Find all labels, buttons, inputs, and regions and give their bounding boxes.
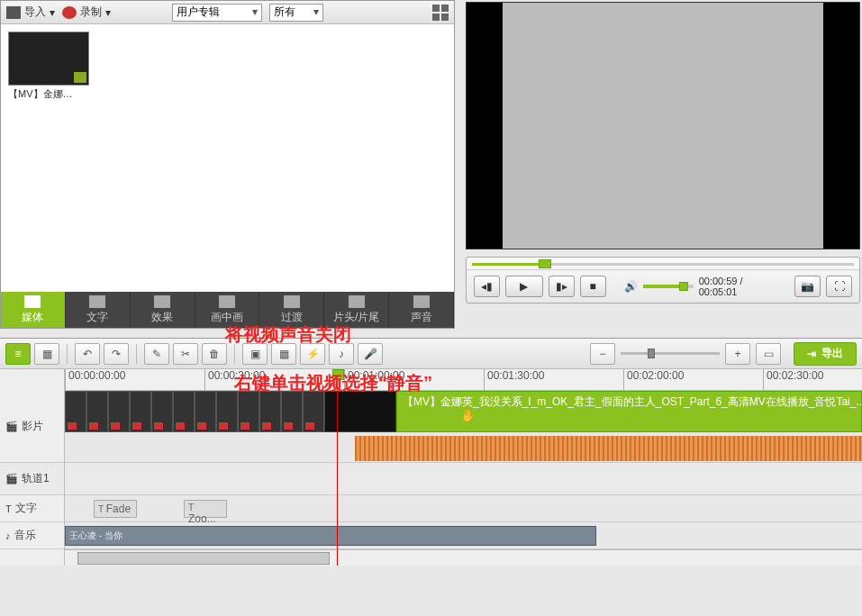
pip-icon bbox=[219, 295, 235, 308]
import-button[interactable]: 导入 ▾ bbox=[6, 5, 55, 20]
tab-effect[interactable]: 效果 bbox=[131, 292, 195, 328]
label-track1: 🎬 轨道1 bbox=[0, 463, 64, 495]
playhead[interactable] bbox=[337, 369, 338, 566]
video-track[interactable]: 【MV】金娜英_我没关系_I_m_OK_君主_假面的主人_OST_Part_6_… bbox=[65, 391, 862, 463]
redo-button[interactable]: ↷ bbox=[104, 343, 129, 365]
zoom-slider[interactable] bbox=[621, 352, 720, 355]
tracks-area: 00:00:00:00 00:00:30:00 00:01:00:00 00:0… bbox=[65, 369, 862, 566]
stop-button[interactable]: ■ bbox=[580, 276, 606, 297]
track-labels: 🎬 影片 🎬 轨道1 T 文字 ♪ 音乐 bbox=[0, 369, 65, 566]
storyboard-view-button[interactable]: ▦ bbox=[34, 343, 59, 365]
fullscreen-button[interactable]: ⛶ bbox=[826, 276, 852, 297]
timeline-toolbar: ≡ ▦ ↶ ↷ ✎ ✂ 🗑 ▣ ▦ ⚡ ♪ 🎤 − + ▭ ⇥ 导出 bbox=[0, 339, 862, 369]
filter-select[interactable]: 所有 bbox=[269, 4, 323, 22]
volume-slider[interactable] bbox=[643, 285, 694, 288]
sparkle-icon bbox=[154, 295, 170, 308]
view-grid-icon[interactable] bbox=[432, 5, 449, 21]
album-select[interactable]: 用户专辑 bbox=[172, 4, 262, 22]
voiceover-button[interactable]: 🎤 bbox=[358, 343, 383, 365]
label-music: ♪ 音乐 bbox=[0, 522, 64, 549]
selected-clip[interactable]: 【MV】金娜英_我没关系_I_m_OK_君主_假面的主人_OST_Part_6_… bbox=[396, 391, 862, 432]
media-thumbnail[interactable]: 【MV】金娜… bbox=[8, 32, 89, 101]
play-button[interactable]: ▶ bbox=[505, 276, 543, 297]
record-icon bbox=[62, 6, 77, 19]
video-clip-preview[interactable] bbox=[324, 391, 396, 432]
audio-waveform[interactable] bbox=[355, 436, 862, 461]
seek-bar[interactable] bbox=[467, 258, 859, 270]
export-button[interactable]: ⇥ 导出 bbox=[794, 342, 857, 366]
label-text: T 文字 bbox=[0, 495, 64, 522]
label-video: 🎬 影片 bbox=[0, 391, 64, 463]
video-clip-thumb[interactable] bbox=[65, 391, 86, 432]
delete-button[interactable]: 🗑 bbox=[202, 343, 227, 365]
zoom-fit-button[interactable]: ▭ bbox=[756, 343, 781, 365]
preview-panel: ◂▮ ▶ ▮▸ ■ 🔊 00:00:59 / 00:05:01 📷 ⛶ bbox=[464, 0, 862, 329]
prev-frame-button[interactable]: ◂▮ bbox=[474, 276, 500, 297]
next-frame-button[interactable]: ▮▸ bbox=[549, 276, 575, 297]
tab-credits[interactable]: 片头/片尾 bbox=[324, 292, 389, 328]
credits-icon bbox=[349, 295, 365, 308]
tab-transition[interactable]: 过渡 bbox=[259, 292, 324, 328]
crop-button[interactable]: ▣ bbox=[242, 343, 268, 365]
edit-button[interactable]: ✎ bbox=[144, 343, 169, 365]
music-clip[interactable]: 王心凌 - 当你 bbox=[65, 526, 596, 546]
seek-knob[interactable] bbox=[539, 259, 551, 268]
hand-cursor-icon: ✋ bbox=[460, 408, 476, 422]
media-panel: 导入 ▾ 录制 ▾ 用户专辑 所有 【MV】金娜… 媒体 文字 效果 画中画 过… bbox=[0, 0, 455, 329]
video-frame bbox=[503, 3, 823, 249]
time-ruler[interactable]: 00:00:00:00 00:00:30:00 00:01:00:00 00:0… bbox=[65, 369, 862, 391]
media-toolbar: 导入 ▾ 录制 ▾ 用户专辑 所有 bbox=[1, 1, 454, 24]
folder-icon bbox=[6, 6, 21, 19]
preview-video bbox=[466, 2, 860, 249]
track-1[interactable] bbox=[65, 463, 862, 495]
mosaic-button[interactable]: ▦ bbox=[271, 343, 296, 365]
tab-pip[interactable]: 画中画 bbox=[195, 292, 260, 328]
tab-sound[interactable]: 声音 bbox=[389, 292, 454, 328]
timeline-panel: ≡ ▦ ↶ ↷ ✎ ✂ 🗑 ▣ ▦ ⚡ ♪ 🎤 − + ▭ ⇥ 导出 🎬 影片 … bbox=[0, 338, 862, 566]
text-clip-1[interactable]: T Fade bbox=[94, 500, 137, 518]
music-track[interactable]: 王心凌 - 当你 bbox=[65, 522, 862, 549]
headphones-icon bbox=[413, 295, 430, 308]
text-track[interactable]: T Fade T Zoo... bbox=[65, 495, 862, 522]
audio-button[interactable]: ♪ bbox=[329, 343, 354, 365]
tab-text[interactable]: 文字 bbox=[66, 292, 131, 328]
record-button[interactable]: 录制 ▾ bbox=[62, 5, 111, 20]
media-library: 【MV】金娜… bbox=[1, 24, 454, 292]
volume-icon[interactable]: 🔊 bbox=[624, 280, 638, 293]
thumbnail-image bbox=[8, 32, 89, 86]
zoom-in-button[interactable]: + bbox=[725, 343, 750, 365]
undo-button[interactable]: ↶ bbox=[75, 343, 100, 365]
flash-button[interactable]: ⚡ bbox=[300, 343, 325, 365]
tab-media[interactable]: 媒体 bbox=[1, 292, 66, 328]
thumbnail-caption: 【MV】金娜… bbox=[8, 87, 89, 101]
timeline-view-button[interactable]: ≡ bbox=[5, 343, 31, 365]
film-icon bbox=[24, 295, 41, 308]
time-display: 00:00:59 / 00:05:01 bbox=[699, 276, 781, 297]
timeline-scrollbar[interactable] bbox=[65, 549, 862, 566]
category-tabs: 媒体 文字 效果 画中画 过渡 片头/片尾 声音 bbox=[1, 292, 454, 328]
zoom-out-button[interactable]: − bbox=[590, 343, 615, 365]
transition-icon bbox=[284, 295, 300, 308]
cut-button[interactable]: ✂ bbox=[173, 343, 198, 365]
text-icon bbox=[89, 295, 105, 308]
snapshot-button[interactable]: 📷 bbox=[794, 276, 821, 297]
text-clip-2[interactable]: T Zoo... bbox=[184, 500, 227, 518]
player-controls: ◂▮ ▶ ▮▸ ■ 🔊 00:00:59 / 00:05:01 📷 ⛶ bbox=[466, 257, 860, 303]
